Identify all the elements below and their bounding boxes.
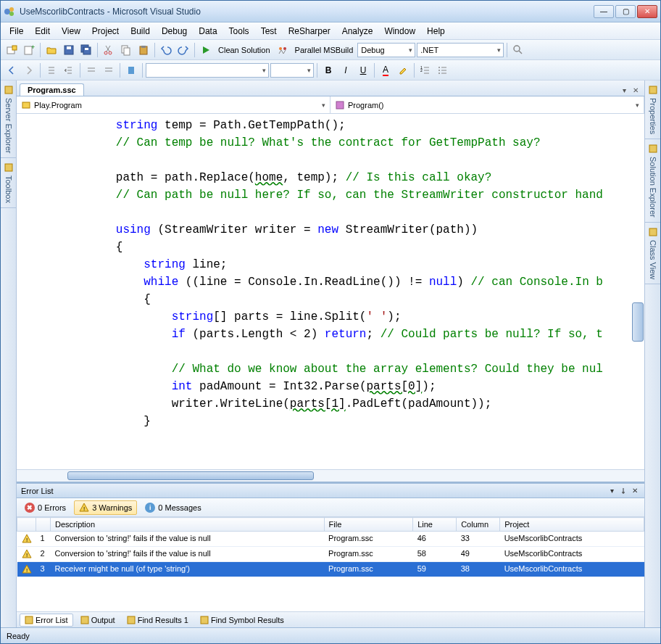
- error-row[interactable]: !3Receiver might be null (of type 'strin…: [17, 562, 644, 577]
- grid-header[interactable]: [17, 518, 36, 532]
- list-ul-button[interactable]: [435, 62, 451, 78]
- code-line[interactable]: }: [60, 413, 644, 430]
- maximize-button[interactable]: ▢: [615, 5, 636, 18]
- sidetab-right-class-view[interactable]: Class View: [645, 223, 660, 284]
- code-editor[interactable]: string temp = Path.GetTempPath(); // Can…: [17, 114, 644, 469]
- paste-button[interactable]: [136, 42, 151, 58]
- panel-close-button[interactable]: ✕: [630, 486, 640, 496]
- underline-button[interactable]: U: [355, 62, 371, 78]
- menu-build[interactable]: Build: [125, 24, 156, 38]
- code-line[interactable]: string temp = Path.GetTempPath();: [60, 117, 644, 134]
- code-line[interactable]: path = path.Replace(home, temp); // Is t…: [60, 169, 644, 186]
- code-line[interactable]: {: [60, 291, 644, 308]
- add-item-button[interactable]: +: [21, 42, 37, 58]
- list-ol-button[interactable]: 12: [417, 62, 433, 78]
- style-dropdown[interactable]: [270, 63, 314, 78]
- code-line[interactable]: // Can temp be null? What's the contract…: [60, 134, 644, 152]
- code-line[interactable]: writer.WriteLine(parts[1].PadLeft(padAmo…: [60, 395, 644, 413]
- code-line[interactable]: [60, 152, 644, 169]
- panel-tab-find-results-1[interactable]: Find Results 1: [122, 614, 193, 626]
- tab-close-button[interactable]: ✕: [630, 84, 641, 96]
- panel-menu-button[interactable]: ▾: [607, 486, 617, 496]
- panel-pin-button[interactable]: [618, 486, 628, 496]
- code-line[interactable]: [60, 204, 644, 221]
- save-all-button[interactable]: [78, 42, 94, 58]
- menu-view[interactable]: View: [56, 24, 86, 38]
- code-line[interactable]: using (StreamWriter writer = new StreamW…: [60, 221, 644, 239]
- panel-tab-find-symbol-results[interactable]: Find Symbol Results: [196, 614, 288, 626]
- member-dropdown[interactable]: Program(): [330, 96, 644, 113]
- minimize-button[interactable]: —: [594, 5, 614, 18]
- menu-window[interactable]: Window: [378, 24, 421, 38]
- find-dropdown[interactable]: [146, 63, 269, 78]
- open-button[interactable]: [43, 42, 59, 58]
- code-line[interactable]: [60, 343, 644, 360]
- code-line[interactable]: int padAmount = Int32.Parse(parts[0]);: [60, 378, 644, 395]
- code-line[interactable]: string[] parts = line.Split(' ');: [60, 308, 644, 326]
- menu-file[interactable]: File: [4, 24, 29, 38]
- vscroll-thumb[interactable]: [632, 302, 644, 342]
- font-color-button[interactable]: A: [378, 62, 394, 78]
- doc-tab-program[interactable]: Program.ssc: [20, 83, 84, 96]
- menu-test[interactable]: Test: [255, 24, 283, 38]
- error-row[interactable]: !2Conversion to 'string!' fails if the v…: [17, 547, 644, 562]
- warnings-filter-button[interactable]: ! 3 Warnings: [74, 500, 137, 515]
- code-line[interactable]: if (parts.Length < 2) return; // Could p…: [60, 326, 644, 343]
- code-line[interactable]: {: [60, 239, 644, 256]
- hscroll-bar[interactable]: [17, 469, 644, 482]
- menu-analyze[interactable]: Analyze: [336, 24, 379, 38]
- hscroll-thumb[interactable]: [67, 471, 314, 480]
- highlight-button[interactable]: [395, 62, 411, 78]
- tab-dropdown-button[interactable]: ▾: [618, 84, 630, 96]
- indent-dec-button[interactable]: [43, 62, 59, 78]
- code-line[interactable]: string line;: [60, 256, 644, 273]
- menu-edit[interactable]: Edit: [29, 24, 56, 38]
- grid-header[interactable]: [36, 518, 51, 532]
- messages-filter-button[interactable]: i 0 Messages: [140, 500, 206, 515]
- grid-header[interactable]: Column: [457, 518, 500, 532]
- start-debug-button[interactable]: [198, 42, 214, 58]
- errors-filter-button[interactable]: ✖ 0 Errors: [20, 500, 71, 515]
- bold-button[interactable]: B: [320, 62, 336, 78]
- code-line[interactable]: // What do we know about the array eleme…: [60, 360, 644, 378]
- uncomment-button[interactable]: [101, 62, 117, 78]
- error-row[interactable]: !1Conversion to 'string!' fails if the v…: [17, 532, 644, 547]
- error-grid[interactable]: DescriptionFileLineColumnProject !1Conve…: [17, 517, 644, 577]
- sidetab-right-properties[interactable]: Properties: [645, 80, 660, 139]
- menu-help[interactable]: Help: [421, 24, 451, 38]
- comment-button[interactable]: [83, 62, 99, 78]
- bookmark-button[interactable]: [123, 62, 139, 78]
- menu-debug[interactable]: Debug: [156, 24, 193, 38]
- clean-solution-button[interactable]: Clean Solution: [215, 46, 273, 54]
- grid-header[interactable]: Project: [500, 518, 644, 532]
- menu-resharper[interactable]: ReSharper: [283, 24, 336, 38]
- cut-button[interactable]: [101, 42, 117, 58]
- platform-dropdown[interactable]: .NET: [417, 43, 504, 57]
- panel-tab-error-list[interactable]: Error List: [20, 614, 73, 627]
- save-button[interactable]: [61, 42, 77, 58]
- find-button[interactable]: [510, 42, 526, 58]
- new-project-button[interactable]: [4, 42, 20, 58]
- menu-project[interactable]: Project: [86, 24, 125, 38]
- redo-button[interactable]: [175, 42, 191, 58]
- italic-button[interactable]: I: [338, 62, 354, 78]
- copy-button[interactable]: [118, 42, 134, 58]
- sidetab-left-server-explorer[interactable]: Server Explorer: [1, 80, 16, 158]
- code-line[interactable]: // Can path be null here? If so, can the…: [60, 186, 644, 204]
- sidetab-left-toolbox[interactable]: Toolbox: [1, 158, 16, 208]
- nav-fwd-button[interactable]: [21, 62, 37, 78]
- menu-data[interactable]: Data: [193, 24, 223, 38]
- parallel-msbuild-button[interactable]: Parallel MSBuild: [292, 46, 357, 54]
- grid-header[interactable]: Line: [413, 518, 457, 532]
- class-dropdown[interactable]: Play.Program: [17, 96, 330, 113]
- undo-button[interactable]: [158, 42, 174, 58]
- config-dropdown[interactable]: Debug: [357, 43, 415, 57]
- sidetab-right-solution-explorer[interactable]: Solution Explorer: [645, 139, 660, 223]
- indent-inc-button[interactable]: [61, 62, 77, 78]
- code-line[interactable]: while ((line = Console.In.ReadLine()) !=…: [60, 273, 644, 291]
- nav-back-button[interactable]: [4, 62, 20, 78]
- close-button[interactable]: ✕: [637, 5, 657, 18]
- panel-tab-output[interactable]: Output: [76, 614, 120, 626]
- grid-header[interactable]: File: [324, 518, 413, 532]
- menu-tools[interactable]: Tools: [223, 24, 255, 38]
